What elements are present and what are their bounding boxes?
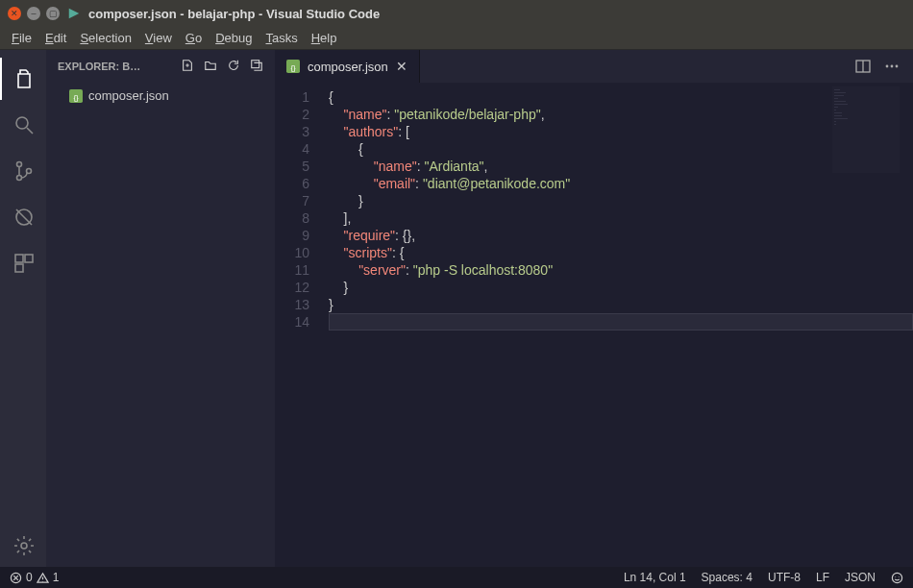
- more-actions-icon[interactable]: [884, 59, 900, 74]
- split-editor-icon[interactable]: [855, 59, 871, 74]
- svg-point-19: [892, 573, 901, 582]
- file-tree: {} composer.json: [46, 83, 275, 109]
- explorer-icon[interactable]: [0, 58, 46, 100]
- menu-edit[interactable]: Edit: [39, 29, 72, 47]
- svg-text:{}: {}: [290, 63, 296, 72]
- sidebar-header: EXPLORER: B…: [46, 50, 275, 83]
- svg-point-2: [17, 176, 22, 181]
- editor-area: {} composer.json ✕ 1234567891011121314 {…: [275, 50, 913, 567]
- search-icon[interactable]: [0, 104, 46, 146]
- status-problems[interactable]: 0 1: [10, 571, 59, 584]
- status-cursor-position[interactable]: Ln 14, Col 1: [624, 571, 686, 584]
- editor-tabbar: {} composer.json ✕: [275, 50, 913, 83]
- file-name: composer.json: [88, 88, 169, 103]
- window-controls: ✕ – ▢: [8, 7, 60, 20]
- menu-go[interactable]: Go: [180, 29, 208, 47]
- sidebar-title: EXPLORER: B…: [58, 61, 175, 72]
- new-folder-icon[interactable]: [204, 59, 217, 74]
- status-language[interactable]: JSON: [845, 571, 876, 584]
- code-editor[interactable]: 1234567891011121314 { "name": "petanikod…: [275, 83, 913, 567]
- svg-text:{}: {}: [73, 92, 79, 101]
- sidebar-actions: [181, 59, 263, 74]
- menu-debug[interactable]: Debug: [210, 29, 258, 47]
- window-titlebar: ✕ – ▢ composer.json - belajar-php - Visu…: [0, 0, 913, 27]
- vscode-icon: [67, 7, 81, 20]
- file-tree-item[interactable]: {} composer.json: [46, 86, 275, 105]
- error-icon: [10, 572, 22, 584]
- svg-rect-7: [15, 264, 23, 272]
- svg-rect-5: [15, 255, 23, 262]
- source-control-icon[interactable]: [0, 150, 46, 192]
- svg-point-0: [16, 117, 28, 129]
- editor-tab[interactable]: {} composer.json ✕: [275, 50, 420, 83]
- svg-rect-6: [25, 255, 33, 262]
- line-number-gutter: 1234567891011121314: [275, 83, 323, 567]
- status-encoding[interactable]: UTF-8: [768, 571, 801, 584]
- settings-gear-icon[interactable]: [0, 525, 46, 567]
- tab-close-icon[interactable]: ✕: [396, 59, 407, 74]
- status-bar: 0 1 Ln 14, Col 1 Spaces: 4 UTF-8 LF JSON: [0, 567, 913, 588]
- menu-tasks[interactable]: Tasks: [259, 29, 303, 47]
- menu-help[interactable]: Help: [306, 29, 343, 47]
- svg-point-15: [886, 65, 889, 68]
- menu-file[interactable]: File: [6, 29, 37, 47]
- window-close-button[interactable]: ✕: [8, 7, 21, 20]
- svg-rect-9: [252, 61, 259, 68]
- status-indentation[interactable]: Spaces: 4: [702, 571, 753, 584]
- svg-point-1: [17, 162, 22, 167]
- collapse-all-icon[interactable]: [250, 59, 263, 74]
- window-minimize-button[interactable]: –: [27, 7, 40, 20]
- json-file-icon: {}: [286, 60, 300, 73]
- svg-point-17: [896, 65, 899, 68]
- svg-point-16: [891, 65, 894, 68]
- svg-point-3: [27, 169, 32, 174]
- new-file-icon[interactable]: [181, 59, 194, 74]
- svg-point-8: [21, 543, 27, 549]
- window-title: composer.json - belajar-php - Visual Stu…: [88, 7, 380, 21]
- warning-icon: [37, 572, 49, 584]
- menu-view[interactable]: View: [139, 29, 178, 47]
- debug-icon[interactable]: [0, 196, 46, 238]
- explorer-sidebar: EXPLORER: B… {} composer.json: [46, 50, 275, 567]
- refresh-icon[interactable]: [227, 59, 240, 74]
- menubar: FileEditSelectionViewGoDebugTasksHelp: [0, 27, 913, 50]
- tab-label: composer.json: [308, 60, 388, 74]
- status-feedback-icon[interactable]: [891, 572, 903, 584]
- extensions-icon[interactable]: [0, 242, 46, 284]
- window-maximize-button[interactable]: ▢: [46, 7, 60, 20]
- status-eol[interactable]: LF: [816, 571, 829, 584]
- menu-selection[interactable]: Selection: [74, 29, 136, 47]
- json-file-icon: {}: [69, 89, 83, 103]
- tab-actions: [842, 50, 913, 83]
- activity-bar: [0, 50, 46, 567]
- code-content: { "name": "petanikode/belajar-php", "aut…: [323, 83, 913, 567]
